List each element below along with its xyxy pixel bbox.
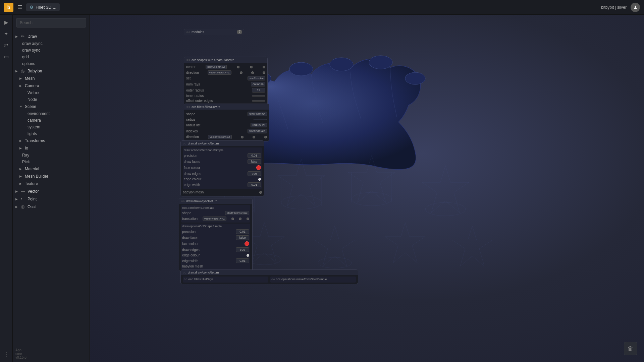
tree-item-draw[interactable]: ▶ ✏ Draw xyxy=(13,33,90,40)
node-row-radius: radius xyxy=(186,117,267,122)
node-card-draw-async-1[interactable]: ○○ draw.drawAsyncReturn draw.optionsOctS… xyxy=(180,140,264,196)
tree-item-material[interactable]: ▶ Material xyxy=(13,165,90,173)
node-row-center: center point.pointXYZ xyxy=(186,64,265,70)
tree-child-draw-sync[interactable]: draw sync xyxy=(13,47,90,54)
panel-footer: App core v0.15.0 xyxy=(13,346,90,362)
tree-child-grid[interactable]: grid xyxy=(13,54,90,60)
node-row-edgecolor-1: edge colour xyxy=(184,177,261,182)
node-icon5: ○○ xyxy=(181,199,185,203)
sidebar-run-icon[interactable]: ▶ xyxy=(1,17,11,27)
occt-arrow: ▶ xyxy=(15,205,19,208)
dot-t3 xyxy=(247,218,249,220)
dot-d1 xyxy=(240,71,243,74)
node-card-draw-async-3[interactable]: ○○ draw.drawAsyncReturn ○○ occ.fillets.f… xyxy=(180,269,358,284)
tree-item-transforms[interactable]: ▶ Transforms xyxy=(13,137,90,144)
viewport-bg xyxy=(90,15,644,362)
tree-child-camera[interactable]: camera xyxy=(13,117,90,124)
tree-item-occt[interactable]: ▶ ◎ Occt xyxy=(13,203,90,210)
search-container xyxy=(13,15,90,31)
tree-child-lights[interactable]: lights xyxy=(13,130,90,137)
tree-item-camera[interactable]: ▶ Camera xyxy=(13,82,90,89)
left-panel: ▶ ✏ Draw draw async draw sync grid optio… xyxy=(13,15,90,362)
gear-icon: ⚙ xyxy=(30,5,34,10)
dot-c2 xyxy=(250,66,253,68)
node-card-star-wire[interactable]: ○○ occ.shapes.wire.createStarWire center… xyxy=(184,57,268,111)
tree-item-babylon[interactable]: ▶ ◎ Babylon xyxy=(13,67,90,75)
sidebar-folder-icon[interactable]: ▭ xyxy=(1,52,11,62)
sidebar-swap-icon[interactable]: ⇄ xyxy=(1,40,11,50)
draw-icon: ✏ xyxy=(21,34,26,39)
babylon-mesh-dot-1 xyxy=(259,191,262,194)
node-row-drawedges-2: draw edges true xyxy=(182,247,249,253)
edge-color-dot-2 xyxy=(247,254,249,257)
babylon-icon: ◎ xyxy=(21,68,26,73)
search-input[interactable] xyxy=(16,18,86,27)
camera-arrow: ▶ xyxy=(19,84,23,87)
texture-arrow: ▶ xyxy=(19,182,23,185)
avatar[interactable]: ♟ xyxy=(631,3,640,12)
mesh-builder-arrow: ▶ xyxy=(19,175,23,178)
node-row-facecolor-2: face colour xyxy=(182,241,249,247)
sidebar-tools-icon[interactable]: ✦ xyxy=(1,29,11,39)
active-tab[interactable]: ⚙ Fillet 3D ... xyxy=(26,3,60,11)
node-card-modules[interactable]: ○○ modules 7 xyxy=(184,29,244,35)
material-arrow: ▶ xyxy=(19,167,23,171)
tree-child-ray[interactable]: Ray xyxy=(13,152,90,159)
tree-item-scene[interactable]: ▼ Scene xyxy=(13,103,90,110)
node-row-inner-radius: inner radius xyxy=(186,93,265,98)
node-card-draw-async-2[interactable]: ○○ draw.drawAsyncReturn occ.transforms.t… xyxy=(179,198,253,272)
node-row-drawfaces-2: draw faces false xyxy=(182,235,249,241)
node-row-dir: direction vector.vectorXYZ xyxy=(186,134,267,140)
tree-child-webxr[interactable]: Webxr xyxy=(13,89,90,96)
node-card-fillet3d[interactable]: ○○ occ.fillets.fillet3DWire shape starPr… xyxy=(184,104,269,141)
transforms-arrow: ▶ xyxy=(19,139,23,142)
tree-child-node[interactable]: Node xyxy=(13,96,90,103)
menu-icon[interactable]: ☰ xyxy=(17,4,22,10)
tree-item-texture[interactable]: ▶ Texture xyxy=(13,180,90,187)
sidebar-more-icon[interactable]: ⋮ xyxy=(1,349,11,359)
tree-item-point[interactable]: ▶ • Point xyxy=(13,195,90,203)
node-row-outer-radius: outer radius 19 xyxy=(186,87,265,93)
io-arrow: ▶ xyxy=(19,146,23,150)
tree-child-system[interactable]: system xyxy=(13,124,90,130)
tree-item-vector[interactable]: ▶ — Vector xyxy=(13,187,90,195)
tree-child-environment[interactable]: environment xyxy=(13,110,90,117)
tree-item-mesh[interactable]: ▶ Mesh xyxy=(13,75,90,82)
node-header-draw-async-2: ○○ draw.drawAsyncReturn xyxy=(179,198,252,204)
trash-button[interactable]: 🗑 xyxy=(624,342,637,355)
node-row-set: set starPromise xyxy=(186,75,265,81)
tree-item-io[interactable]: ▶ Io xyxy=(13,144,90,152)
node-row-precision-2: precision 0.01 xyxy=(182,229,249,235)
tree-child-draw-async[interactable]: draw async xyxy=(13,40,90,47)
node-header-star-wire: ○○ occ.shapes.wire.createStarWire xyxy=(184,57,267,63)
node-icon: ○○ xyxy=(186,30,190,34)
node-row-translation: translation vector.vectorXYZ xyxy=(182,216,249,222)
node-row-drawedges-1: draw edges true xyxy=(184,171,261,177)
trash-icon: 🗑 xyxy=(628,345,634,352)
canvas-area[interactable]: .wf-line { stroke: #5060a0; stroke-width… xyxy=(90,15,644,362)
node-row-offset: offset outer edges xyxy=(186,98,265,103)
node-body-draw-async-2: occ.transforms.translate shape startFill… xyxy=(179,204,252,271)
node-row-radiuslist: radius list radiusList xyxy=(186,122,267,128)
tree-child-options[interactable]: options xyxy=(13,60,90,67)
logo: b xyxy=(4,3,13,12)
dot-t2 xyxy=(239,218,241,220)
draw-arrow: ▶ xyxy=(15,35,19,38)
tree-child-pick[interactable]: Pick xyxy=(13,159,90,165)
node-header-draw-async-3: ○○ draw.drawAsyncReturn xyxy=(181,270,358,275)
face-color-dot-2 xyxy=(245,241,249,246)
node-body-fillet3d: shape starPromise radius radius list rad… xyxy=(184,110,269,141)
node-row-indexes: indexes filletIndexes xyxy=(186,128,267,134)
point-icon: • xyxy=(21,196,26,201)
node-row-numrays: num rays collapse xyxy=(186,81,265,87)
tree: ▶ ✏ Draw draw async draw sync grid optio… xyxy=(13,31,90,212)
node-row-babylonmesh-1: babylon mesh xyxy=(183,190,262,195)
node-row-edgewidth-2: edge width 0.01 xyxy=(182,258,249,264)
node-icon6: ○○ xyxy=(183,271,186,274)
node-body-draw-async-1: draw.optionsOctShapeSimple precision 0.0… xyxy=(181,146,264,196)
point-arrow: ▶ xyxy=(15,197,19,201)
tree-item-mesh-builder[interactable]: ▶ Mesh Builder xyxy=(13,173,90,180)
node-body-draw-async-3: ○○ occ.fillets.filletSign ○○ occ.operati… xyxy=(181,275,358,284)
user-label: bitbybit | silver xyxy=(601,5,627,10)
scene-arrow: ▼ xyxy=(19,105,23,108)
